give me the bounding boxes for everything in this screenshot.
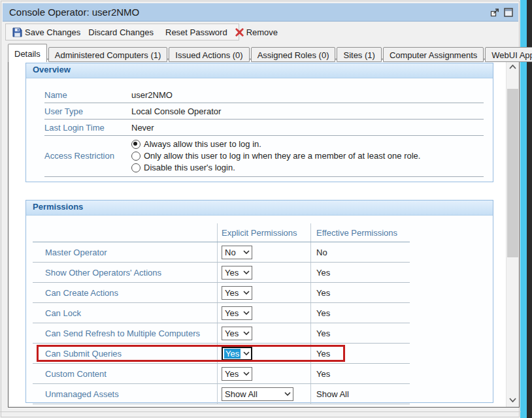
discard-changes-label: Discard Changes [88,27,154,37]
window-title: Console Operator: user2NMO [9,7,139,18]
save-changes-label: Save Changes [25,27,80,37]
chevron-down-icon [243,372,250,376]
overview-field-row: User Type Local Console Operator [44,103,484,120]
explicit-permission-cell: Yes [217,364,310,383]
tab-administered-computers-1[interactable]: Administered Computers (1) [48,47,168,62]
window-edge-accent [520,0,527,418]
save-icon [12,27,22,37]
popout-icon[interactable] [490,8,499,17]
explicit-permission-cell: Yes [217,263,310,282]
tab-assigned-roles-0[interactable]: Assigned Roles (0) [251,47,336,62]
tab-computer-assignments[interactable]: Computer Assignments [383,47,484,62]
dropdown-selected-value: Yes [225,268,239,278]
scroll-down-button[interactable] [507,393,519,407]
field-value: Local Console Operator [131,106,221,116]
explicit-permission-cell: Yes [217,303,310,323]
dropdown-selected-value: Yes [225,329,239,338]
field-value: Never [131,123,154,133]
permissions-table: Explicit Permissions Effective Permissio… [33,223,410,404]
explicit-permission-dropdown[interactable]: Yes [222,306,252,320]
tab-sites-1[interactable]: Sites (1) [337,47,381,62]
overview-field-row: Last Login Time Never [44,120,484,136]
explicit-permission-cell: Yes [217,344,310,363]
vertical-scrollbar[interactable] [506,59,519,407]
explicit-permission-dropdown[interactable]: Yes [222,286,252,300]
permission-row: Can Send Refresh to Multiple Computers Y… [33,323,410,344]
radio-option-label: Always allow this user to log in. [144,139,261,149]
reset-password-button[interactable]: Reset Password [161,26,231,39]
explicit-permission-cell: No [217,242,310,262]
permission-row: Unmanaged Assets Show All Show All [33,384,410,404]
explicit-permission-dropdown[interactable]: Yes [222,327,252,340]
permission-row: Master Operator No No [33,242,410,263]
permission-label: Custom Content [33,364,217,383]
dropdown-selected-value: Yes [224,349,241,359]
access-restriction-option[interactable]: Always allow this user to log in. [131,139,420,149]
access-restriction-label: Access Restriction [44,151,131,161]
permission-label: Can Submit Queries [33,344,217,363]
overview-section: Overview Name user2NMO User Type Local C… [25,63,493,182]
scrollbar-thumb[interactable] [507,89,518,257]
dropdown-selected-value: Yes [225,288,239,298]
permissions-section: Permissions Explicit Permissions Effecti… [25,200,493,403]
tab-label: Details [14,49,41,59]
dropdown-selected-value: No [225,248,236,257]
explicit-permission-dropdown[interactable]: Show All [222,387,293,401]
radio-option-label: Only allow this user to log in when they… [144,151,420,161]
effective-permission-value: Yes [310,364,410,383]
explicit-permissions-column-header: Explicit Permissions [217,223,310,242]
permission-label: Can Lock [33,303,217,323]
effective-permission-value: Show All [310,384,410,404]
permission-row: Show Other Operators' Actions Yes Yes [33,263,410,283]
tab-webui-apps-1[interactable]: WebUI Apps (1) [485,47,532,62]
title-bar: Console Operator: user2NMO [3,3,518,22]
save-changes-button[interactable]: Save Changes [8,26,84,39]
chevron-down-icon [243,331,250,335]
tab-label: Administered Computers (1) [55,50,161,60]
permission-label: Unmanaged Assets [33,384,217,404]
explicit-permission-dropdown[interactable]: Yes [222,367,252,381]
effective-permission-value: No [310,242,410,262]
permissions-table-body: Master Operator No No Show Other Operato… [33,242,410,404]
dropdown-selected-value: Show All [225,389,258,399]
tab-label: WebUI Apps (1) [491,50,532,60]
explicit-permission-dropdown[interactable]: Yes [222,266,252,280]
radio-button-icon[interactable] [131,152,141,161]
remove-x-icon [235,28,244,37]
overview-fields: Name user2NMO User Type Local Console Op… [26,78,493,136]
window-bottom-edge [0,411,521,412]
tab-label: Computer Assignments [390,50,477,60]
field-value: user2NMO [131,90,173,100]
permission-row: Can Submit Queries Yes Yes [33,344,410,364]
chevron-down-icon [243,250,250,254]
permission-label: Can Create Actions [33,283,217,302]
radio-button-icon[interactable] [131,163,141,172]
dropdown-selected-value: Yes [225,369,239,379]
radio-button-icon[interactable] [131,140,141,149]
explicit-permission-dropdown[interactable]: No [222,246,252,259]
remove-label: Remove [246,27,278,37]
overview-field-row: Name user2NMO [44,87,484,103]
remove-button[interactable]: Remove [231,26,282,39]
tab-label: Issued Actions (0) [175,50,242,60]
effective-permission-value: Yes [310,303,410,323]
permission-row: Can Create Actions Yes Yes [33,283,410,303]
effective-permission-value: Yes [310,263,410,282]
discard-changes-button[interactable]: Discard Changes [84,26,158,39]
tab-bar: Details Administered Computers (1) Issue… [8,44,532,62]
effective-permission-value: Yes [310,344,410,363]
field-label: Last Login Time [44,123,131,133]
dropdown-selected-value: Yes [225,308,239,318]
access-restriction-options: Always allow this user to log in. Only a… [131,139,420,172]
maximize-icon[interactable] [504,8,513,17]
tab-details[interactable]: Details [8,44,47,62]
chevron-down-icon [243,270,250,274]
explicit-permission-dropdown[interactable]: Yes [222,347,252,361]
tab-issued-actions-0[interactable]: Issued Actions (0) [169,47,249,62]
details-tab-panel: Overview Name user2NMO User Type Local C… [8,59,520,408]
chevron-down-icon [243,351,250,355]
chevron-down-icon [243,311,250,315]
access-restriction-option[interactable]: Disable this user's login. [131,163,420,172]
explicit-permission-cell: Yes [217,323,310,343]
access-restriction-option[interactable]: Only allow this user to log in when they… [131,151,420,161]
